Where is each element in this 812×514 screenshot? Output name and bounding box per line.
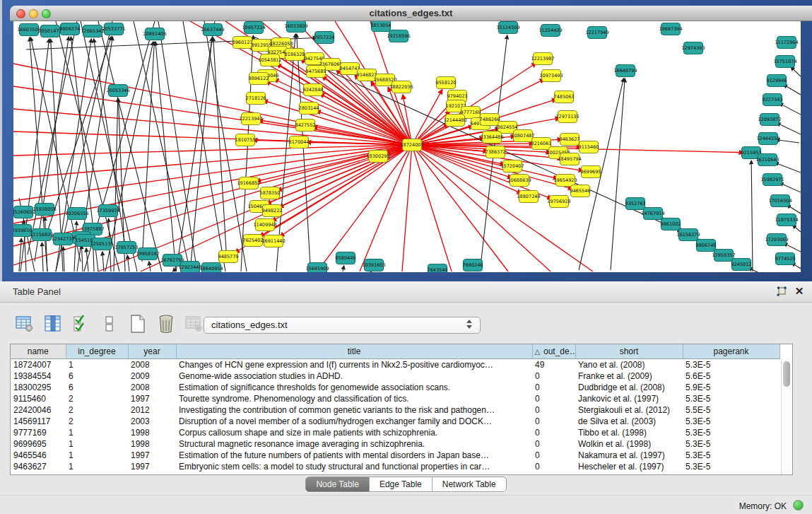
node-table[interactable]: namein_degreeyeartitle△ out_de…shortpage… — [10, 344, 793, 475]
table-cell[interactable]: Changes of HCN gene expression and I(f) … — [176, 359, 532, 371]
tab-node-table[interactable]: Node Table — [306, 477, 370, 491]
node-table-grid[interactable]: namein_degreeyeartitle△ out_de…shortpage… — [11, 344, 780, 472]
table-cell[interactable]: 1998 — [128, 427, 176, 438]
table-vertical-scrollbar[interactable] — [781, 359, 792, 474]
table-cell[interactable]: Jankovic et al. (1997) — [575, 393, 683, 404]
table-cell[interactable]: Structural magnetic resonance image aver… — [176, 438, 532, 450]
table-cell[interactable]: 5.3E-5 — [683, 416, 779, 427]
column-header-out_de[interactable]: △ out_de… — [532, 344, 575, 359]
table-cell[interactable]: 0 — [532, 438, 575, 450]
table-cell[interactable]: 1 — [66, 427, 128, 438]
network-window-titlebar[interactable]: citations_edges.txt — [10, 6, 812, 21]
table-cell[interactable]: 0 — [532, 393, 575, 404]
table-cell[interactable]: 5.3E-5 — [683, 359, 779, 371]
table-row[interactable]: 1456911722003Disruption of a novel membe… — [11, 416, 779, 427]
table-cell[interactable]: 0 — [532, 382, 575, 393]
table-cell[interactable]: Yano et al. (2008) — [575, 359, 683, 371]
table-cell[interactable]: 2012 — [128, 404, 176, 416]
table-cell[interactable]: 6 — [66, 370, 128, 382]
table-cell[interactable]: 5.6E-5 — [683, 370, 779, 382]
table-cell[interactable]: 5.3E-5 — [683, 438, 779, 450]
table-cell[interactable]: Estimation of significance thresholds fo… — [176, 382, 532, 393]
table-cell[interactable]: Hescheler et al. (1997) — [575, 461, 683, 472]
table-cell[interactable]: 5.3E-5 — [683, 427, 779, 438]
table-row[interactable]: 1872400712008Changes of HCN gene express… — [11, 359, 779, 371]
table-cell[interactable]: 1998 — [128, 438, 176, 450]
table-cell[interactable]: 9465546 — [11, 450, 66, 461]
delete-table-button-disabled[interactable] — [184, 313, 205, 334]
table-cell[interactable]: 5.3E-5 — [683, 393, 779, 404]
tab-network-table[interactable]: Network Table — [433, 477, 506, 491]
table-cell[interactable]: 1997 — [128, 461, 176, 472]
table-cell[interactable]: 2008 — [128, 382, 176, 393]
table-cell[interactable]: Tibbo et al. (1998) — [575, 427, 683, 438]
delete-columns-button[interactable] — [155, 313, 177, 334]
scrollbar-thumb[interactable] — [783, 361, 790, 387]
create-column-button[interactable] — [127, 313, 148, 334]
table-cell[interactable]: de Silva et al. (2003) — [575, 416, 683, 427]
select-all-columns-button[interactable] — [71, 313, 92, 334]
float-panel-icon[interactable] — [775, 286, 788, 298]
table-cell[interactable]: 0 — [532, 427, 575, 438]
table-row[interactable]: 2242004622012Investigating the contribut… — [11, 404, 779, 416]
table-row[interactable]: 969969511998Structural magnetic resonanc… — [11, 438, 779, 450]
table-cell[interactable]: 5.3E-5 — [683, 461, 779, 472]
table-cell[interactable]: 0 — [532, 450, 575, 461]
table-cell[interactable]: 5.9E-5 — [683, 382, 779, 393]
table-cell[interactable]: 22420046 — [11, 404, 66, 416]
table-cell[interactable]: 2 — [66, 393, 128, 404]
citation-network-graph[interactable]: 1872400718300295896012389129551822605893… — [13, 21, 801, 272]
table-row[interactable]: 977716911998Corpus callosum shape and si… — [11, 427, 779, 438]
show-columns-button[interactable] — [42, 313, 64, 334]
table-cell[interactable]: Corpus callosum shape and size in male p… — [176, 427, 532, 438]
table-cell[interactable]: Stergiakouli et al. (2012) — [575, 404, 683, 416]
column-header-name[interactable]: name — [11, 344, 66, 359]
table-cell[interactable]: 0 — [532, 404, 575, 416]
table-cell[interactable]: 0 — [532, 416, 575, 427]
table-cell[interactable]: 1 — [66, 461, 128, 472]
column-header-short[interactable]: short — [575, 344, 683, 359]
table-cell[interactable]: 14569117 — [11, 416, 66, 427]
table-mode-button[interactable] — [14, 313, 35, 334]
table-cell[interactable]: 1997 — [128, 393, 176, 404]
table-cell[interactable]: 1 — [66, 450, 128, 461]
table-cell[interactable]: 9699695 — [11, 438, 66, 450]
table-cell[interactable]: 49 — [532, 359, 575, 371]
network-canvas[interactable]: 1872400718300295896012389129551822605893… — [13, 21, 801, 272]
table-cell[interactable]: 0 — [532, 370, 575, 382]
table-cell[interactable]: 6 — [66, 382, 128, 393]
table-cell[interactable]: 18300295 — [11, 382, 66, 393]
table-row[interactable]: 946362711997Embryonic stem cells: a mode… — [11, 461, 779, 472]
column-header-pagerank[interactable]: pagerank — [683, 344, 779, 359]
table-row[interactable]: 946554611997Estimation of the future num… — [11, 450, 779, 461]
table-cell[interactable]: Embryonic stem cells: a model to study s… — [176, 461, 532, 472]
table-cell[interactable]: Dudbridge et al. (2008) — [575, 382, 683, 393]
table-cell[interactable]: Tourette syndrome. Phenomenology and cla… — [176, 393, 532, 404]
column-header-title[interactable]: title — [176, 344, 532, 359]
table-cell[interactable]: 2008 — [128, 359, 176, 371]
table-cell[interactable]: 2009 — [128, 370, 176, 382]
memory-status-indicator[interactable] — [793, 500, 804, 510]
table-cell[interactable]: Estimation of the future numbers of pati… — [176, 450, 532, 461]
table-cell[interactable]: Nakamura et al. (1997) — [575, 450, 683, 461]
column-header-year[interactable]: year — [128, 344, 176, 359]
table-row[interactable]: 911546021997Tourette syndrome. Phenomeno… — [11, 393, 779, 404]
table-cell[interactable]: Investigating the contribution of common… — [176, 404, 532, 416]
table-cell[interactable]: 2 — [66, 416, 128, 427]
column-header-in_degree[interactable]: in_degree — [66, 344, 128, 359]
table-cell[interactable]: 5.3E-5 — [683, 450, 779, 461]
table-cell[interactable]: 9115460 — [11, 393, 66, 404]
table-row[interactable]: 1938455462009Genome-wide association stu… — [11, 370, 779, 382]
table-cell[interactable]: 1997 — [128, 450, 176, 461]
table-cell[interactable]: 5.5E-5 — [683, 404, 779, 416]
table-selector-dropdown[interactable]: citations_edges.txt — [204, 317, 481, 334]
unselect-all-columns-button[interactable] — [99, 313, 120, 334]
close-panel-icon[interactable]: ✕ — [794, 285, 805, 298]
table-cell[interactable]: 2 — [66, 404, 128, 416]
tab-edge-table[interactable]: Edge Table — [370, 477, 433, 491]
table-row[interactable]: 1830029562008Estimation of significance … — [11, 382, 779, 393]
table-cell[interactable]: 9463627 — [11, 461, 66, 472]
table-cell[interactable]: 18724007 — [11, 359, 66, 371]
table-cell[interactable]: Wolkin et al. (1998) — [575, 438, 683, 450]
table-cell[interactable]: Genome-wide association studies in ADHD. — [176, 370, 532, 382]
